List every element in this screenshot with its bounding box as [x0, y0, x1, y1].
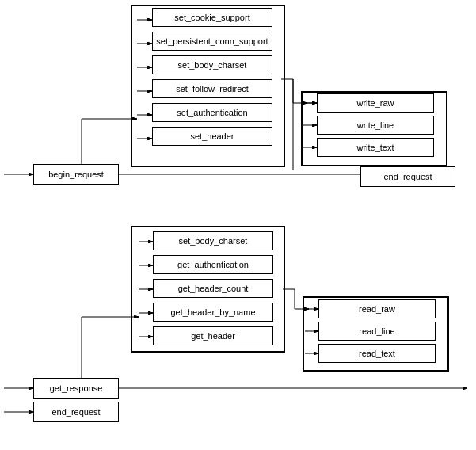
write-line-box: write_line	[317, 116, 434, 135]
read-line-box: read_line	[318, 322, 436, 341]
diagram: set_cookie_support set_persistent_conn_s…	[0, 0, 476, 450]
get-authentication-box: get_authentication	[153, 255, 273, 274]
set-follow-redirect-box: set_follow_redirect	[152, 79, 272, 98]
end-request-box: end_request	[360, 166, 455, 187]
end-request-bottom-box: end_request	[33, 402, 119, 422]
set-authentication-box: set_authentication	[152, 103, 272, 122]
get-response-box: get_response	[33, 378, 119, 399]
set-body-charset-bottom-box: set_body_charset	[153, 231, 273, 250]
begin-request-box: begin_request	[33, 164, 119, 185]
set-header-box: set_header	[152, 127, 272, 146]
read-raw-box: read_raw	[318, 299, 436, 318]
set-persistent-conn-support-box: set_persistent_conn_support	[152, 32, 272, 51]
set-cookie-support-box: set_cookie_support	[152, 8, 272, 27]
get-header-count-box: get_header_count	[153, 279, 273, 298]
get-header-by-name-box: get_header_by_name	[153, 303, 273, 322]
write-text-box: write_text	[317, 138, 434, 157]
write-raw-box: write_raw	[317, 93, 434, 113]
set-body-charset-top-box: set_body_charset	[152, 55, 272, 74]
read-text-box: read_text	[318, 344, 436, 363]
get-header-box: get_header	[153, 326, 273, 345]
